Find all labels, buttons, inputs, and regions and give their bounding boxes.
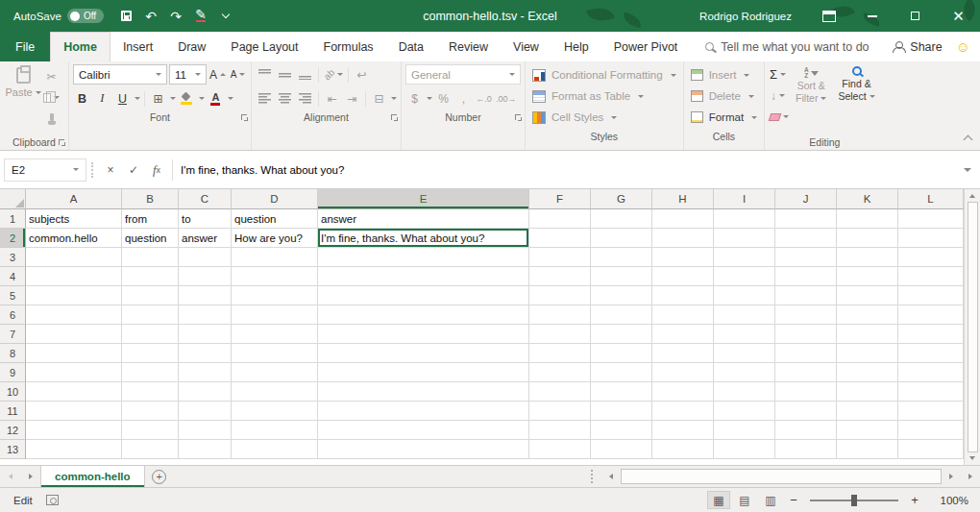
cell-B11[interactable] bbox=[122, 402, 179, 421]
scroll-up-icon[interactable] bbox=[969, 194, 975, 198]
row-header-9[interactable]: 9 bbox=[0, 363, 26, 382]
clipboard-dialog-launcher[interactable] bbox=[59, 139, 65, 146]
zoom-slider-thumb[interactable] bbox=[851, 495, 857, 506]
sheet-nav-right-button[interactable] bbox=[20, 466, 40, 487]
sheet-nav-left-button[interactable] bbox=[0, 466, 20, 487]
cell-K3[interactable] bbox=[837, 248, 898, 267]
cell-K7[interactable] bbox=[837, 325, 898, 344]
cell-E4[interactable] bbox=[318, 267, 529, 286]
cell-I9[interactable] bbox=[714, 363, 775, 382]
cell-K5[interactable] bbox=[837, 286, 898, 305]
scroll-left-button[interactable] bbox=[602, 466, 620, 487]
cell-F4[interactable] bbox=[529, 267, 591, 286]
cell-H12[interactable] bbox=[652, 421, 714, 440]
cell-D9[interactable] bbox=[232, 363, 318, 382]
row-header-11[interactable]: 11 bbox=[0, 402, 26, 421]
cell-A5[interactable] bbox=[26, 286, 122, 305]
row-header-7[interactable]: 7 bbox=[0, 325, 26, 344]
underline-button[interactable]: U bbox=[113, 88, 132, 109]
cell-G13[interactable] bbox=[591, 440, 652, 459]
increase-font-size-button[interactable]: A bbox=[208, 64, 227, 85]
cancel-button[interactable]: × bbox=[100, 159, 121, 181]
borders-button[interactable]: ⊞ bbox=[149, 88, 167, 109]
vertical-scrollbar[interactable] bbox=[964, 189, 980, 465]
merge-center-button[interactable]: ⊟ bbox=[370, 88, 388, 109]
cell-K1[interactable] bbox=[837, 209, 898, 229]
cell-L9[interactable] bbox=[898, 363, 964, 382]
cell-J8[interactable] bbox=[775, 344, 837, 363]
column-header-C[interactable]: C bbox=[179, 189, 232, 209]
cell-J6[interactable] bbox=[775, 305, 837, 325]
format-cells-button[interactable]: Format bbox=[688, 107, 760, 128]
cell-D3[interactable] bbox=[232, 248, 318, 267]
cell-I7[interactable] bbox=[714, 325, 775, 344]
align-left-button[interactable] bbox=[256, 88, 274, 109]
sheet-scroll-right-edge-button[interactable] bbox=[960, 466, 980, 487]
zoom-slider[interactable] bbox=[810, 500, 898, 501]
conditional-formatting-button[interactable]: Conditional Formatting bbox=[529, 64, 679, 85]
cell-I12[interactable] bbox=[714, 421, 775, 440]
row-header-5[interactable]: 5 bbox=[0, 286, 26, 305]
cell-L8[interactable] bbox=[898, 344, 964, 363]
cell-H8[interactable] bbox=[652, 344, 714, 363]
decrease-decimal-button[interactable]: .00→ bbox=[495, 88, 518, 109]
tab-insert[interactable]: Insert bbox=[110, 32, 165, 61]
cell-A13[interactable] bbox=[26, 440, 122, 459]
cell-J3[interactable] bbox=[775, 248, 837, 267]
align-center-button[interactable] bbox=[276, 88, 294, 109]
column-header-I[interactable]: I bbox=[714, 189, 775, 209]
horizontal-scrollbar[interactable] bbox=[602, 466, 960, 487]
decrease-font-size-button[interactable]: A bbox=[229, 64, 247, 85]
cell-D6[interactable] bbox=[232, 305, 318, 325]
cell-F10[interactable] bbox=[529, 382, 591, 402]
cell-F13[interactable] bbox=[529, 440, 591, 459]
cell-C8[interactable] bbox=[179, 344, 232, 363]
scroll-down-icon[interactable] bbox=[969, 456, 975, 460]
cell-J2[interactable] bbox=[775, 229, 837, 248]
cell-H4[interactable] bbox=[652, 267, 714, 286]
cell-D10[interactable] bbox=[232, 382, 318, 402]
cell-C12[interactable] bbox=[179, 421, 232, 440]
cell-K4[interactable] bbox=[837, 267, 898, 286]
row-header-1[interactable]: 1 bbox=[0, 209, 26, 229]
cell-H5[interactable] bbox=[652, 286, 714, 305]
cell-B9[interactable] bbox=[122, 363, 179, 382]
cell-A8[interactable] bbox=[26, 344, 122, 363]
cell-E6[interactable] bbox=[318, 305, 529, 325]
select-all-button[interactable] bbox=[0, 189, 26, 209]
cell-E2[interactable]: I'm fine, thanks. What about you? bbox=[318, 229, 529, 248]
cell-E11[interactable] bbox=[318, 402, 529, 421]
collapse-ribbon-button[interactable] bbox=[964, 135, 973, 145]
decrease-indent-button[interactable]: ⇤ bbox=[323, 88, 341, 109]
cell-G9[interactable] bbox=[591, 363, 652, 382]
cell-H6[interactable] bbox=[652, 305, 714, 325]
cell-K13[interactable] bbox=[837, 440, 898, 459]
tab-bar-resize-handle[interactable] bbox=[591, 470, 595, 483]
cell-B8[interactable] bbox=[122, 344, 179, 363]
tab-file[interactable]: File bbox=[0, 32, 50, 61]
cell-E3[interactable] bbox=[318, 248, 529, 267]
cell-J10[interactable] bbox=[775, 382, 837, 402]
column-header-F[interactable]: F bbox=[529, 189, 591, 209]
cell-B6[interactable] bbox=[122, 305, 179, 325]
cell-A10[interactable] bbox=[26, 382, 122, 402]
row-header-8[interactable]: 8 bbox=[0, 344, 26, 363]
cell-L3[interactable] bbox=[898, 248, 964, 267]
cell-G2[interactable] bbox=[591, 229, 652, 248]
feedback-smiley-icon[interactable]: ☺ bbox=[956, 38, 970, 55]
accounting-format-button[interactable]: $ bbox=[405, 88, 424, 109]
font-color-button[interactable]: A bbox=[207, 88, 225, 109]
undo-button[interactable]: ↶ bbox=[138, 4, 163, 29]
cell-K12[interactable] bbox=[837, 421, 898, 440]
cell-H1[interactable] bbox=[652, 209, 714, 229]
redo-button[interactable]: ↷ bbox=[163, 4, 188, 29]
find-select-button[interactable]: Find & Select bbox=[832, 64, 880, 103]
new-sheet-button[interactable]: + bbox=[145, 466, 174, 487]
cell-G3[interactable] bbox=[591, 248, 652, 267]
cell-A12[interactable] bbox=[26, 421, 122, 440]
increase-decimal-button[interactable]: ←.0 bbox=[475, 88, 493, 109]
autosave-pill[interactable]: Off bbox=[67, 9, 104, 23]
autosave-toggle[interactable]: AutoSave Off bbox=[13, 9, 104, 23]
insert-cells-button[interactable]: Insert bbox=[688, 64, 760, 85]
tab-draw[interactable]: Draw bbox=[165, 32, 218, 61]
